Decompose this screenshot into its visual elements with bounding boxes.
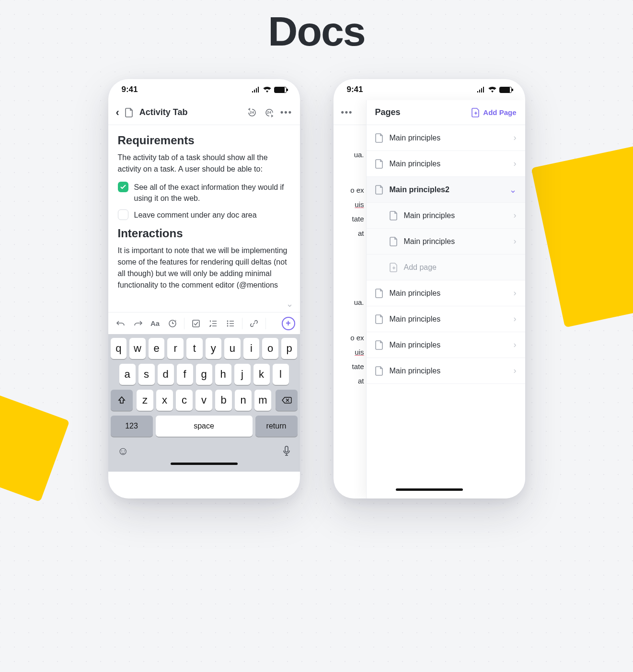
svg-rect-6 — [285, 446, 288, 452]
page-list[interactable]: Main principles›Main principles›Main pri… — [367, 125, 525, 498]
add-subpage-button[interactable]: Add page — [367, 255, 525, 280]
checklist-label: See all of the exact information they wo… — [134, 182, 290, 204]
key-s[interactable]: s — [138, 364, 155, 385]
add-page-icon — [390, 263, 398, 272]
key-b[interactable]: b — [215, 390, 232, 411]
key-e[interactable]: e — [149, 338, 165, 359]
page-row[interactable]: Main principles› — [367, 151, 525, 177]
checklist-item[interactable]: Leave comment under any doc area — [118, 209, 290, 220]
cellular-icon — [477, 87, 485, 93]
numbered-list-button[interactable] — [206, 316, 221, 331]
bg-text-fragment: o ex — [338, 185, 364, 196]
history-forward-button[interactable]: 24 — [264, 107, 275, 118]
emoji-key[interactable]: ☺ — [117, 444, 129, 458]
bulleted-list-button[interactable] — [223, 316, 238, 331]
page-row[interactable]: Main principles2⌄ — [367, 177, 525, 203]
toolbar-divider — [184, 318, 184, 329]
status-icons — [477, 87, 512, 93]
status-bar: 9:41 — [108, 79, 300, 100]
key-c[interactable]: c — [176, 390, 193, 411]
page-row[interactable]: Main principles› — [367, 358, 525, 384]
key-p[interactable]: p — [281, 338, 298, 359]
bg-text-fragment: ua. — [338, 149, 364, 161]
shift-key[interactable] — [111, 390, 133, 411]
key-u[interactable]: u — [224, 338, 241, 359]
home-indicator[interactable] — [171, 463, 238, 465]
page-row[interactable]: Main principles› — [367, 332, 525, 358]
key-w[interactable]: w — [129, 338, 146, 359]
add-page-button[interactable]: Add Page — [472, 108, 516, 117]
key-m[interactable]: m — [254, 390, 271, 411]
key-f[interactable]: f — [177, 364, 193, 385]
undo-button[interactable] — [113, 316, 128, 331]
key-o[interactable]: o — [262, 338, 278, 359]
key-y[interactable]: y — [206, 338, 222, 359]
page-label: Main principles — [390, 134, 508, 142]
more-menu-button[interactable]: ••• — [281, 107, 292, 118]
battery-icon — [499, 87, 512, 93]
key-r[interactable]: r — [167, 338, 184, 359]
text-style-button[interactable]: Aa — [148, 316, 163, 331]
page-row[interactable]: Main principles› — [367, 306, 525, 332]
document-icon — [390, 237, 398, 246]
page-title: Docs — [0, 0, 633, 55]
key-z[interactable]: z — [137, 390, 153, 411]
key-h[interactable]: h — [215, 364, 231, 385]
section-body-requirements: The activity tab of a task should show a… — [118, 152, 290, 175]
history-badge-1: 24 — [250, 110, 254, 115]
key-j[interactable]: j — [234, 364, 251, 385]
key-t[interactable]: t — [186, 338, 203, 359]
page-row[interactable]: Main principles› — [367, 280, 525, 306]
chevron-right-icon: › — [514, 210, 517, 220]
wifi-icon — [263, 87, 271, 93]
key-n[interactable]: n — [235, 390, 252, 411]
key-a[interactable]: a — [119, 364, 136, 385]
key-v[interactable]: v — [196, 390, 212, 411]
toolbar-divider — [242, 318, 242, 329]
add-subpage-label: Add page — [404, 263, 517, 272]
history-back-button[interactable]: 24 — [246, 107, 258, 118]
subpage-row[interactable]: Main principles› — [367, 229, 525, 255]
checklist-item[interactable]: See all of the exact information they wo… — [118, 182, 290, 204]
page-label: Main principles — [390, 289, 508, 298]
return-key[interactable]: return — [255, 416, 298, 437]
status-bar: 9:41 — [334, 79, 525, 100]
expand-chevron-icon[interactable]: ⌄ — [286, 299, 293, 309]
key-q[interactable]: q — [111, 338, 127, 359]
status-icons — [252, 87, 287, 93]
back-button[interactable]: ‹ — [116, 106, 119, 119]
checkbox[interactable] — [118, 209, 128, 220]
link-button[interactable] — [246, 316, 262, 331]
backspace-key[interactable] — [276, 390, 298, 411]
numeric-key[interactable]: 123 — [111, 416, 153, 437]
key-x[interactable]: x — [156, 390, 173, 411]
page-label: Main principles — [390, 341, 508, 349]
mic-key[interactable] — [282, 445, 291, 457]
redo-button[interactable] — [130, 316, 146, 331]
header-title: Activity Tab — [139, 107, 241, 117]
key-i[interactable]: i — [243, 338, 260, 359]
key-k[interactable]: k — [253, 364, 270, 385]
drawer-header: Pages Add Page — [367, 100, 525, 125]
wifi-icon — [488, 87, 496, 93]
key-d[interactable]: d — [158, 364, 174, 385]
page-row[interactable]: Main principles› — [367, 125, 525, 151]
checkbox[interactable] — [118, 182, 128, 192]
mention-button[interactable]: + — [165, 316, 180, 331]
section-heading-requirements: Requirements — [118, 134, 290, 147]
document-icon — [375, 159, 384, 169]
checklist-button[interactable] — [188, 316, 204, 331]
key-l[interactable]: l — [273, 364, 289, 385]
toolbar-divider — [265, 318, 266, 329]
bg-text-fragment: tate — [338, 361, 364, 372]
space-key[interactable]: space — [156, 416, 253, 437]
checklist-label: Leave comment under any doc area — [134, 209, 257, 220]
key-g[interactable]: g — [196, 364, 212, 385]
subpage-row[interactable]: Main principles› — [367, 203, 525, 229]
section-body-interactions: It is important to note that we will be … — [118, 245, 290, 291]
document-icon — [375, 314, 384, 324]
home-indicator[interactable] — [396, 488, 463, 491]
add-block-button[interactable]: + — [282, 317, 295, 330]
editor-content[interactable]: Requirements The activity tab of a task … — [108, 125, 300, 312]
more-menu-button[interactable]: ••• — [341, 107, 353, 117]
